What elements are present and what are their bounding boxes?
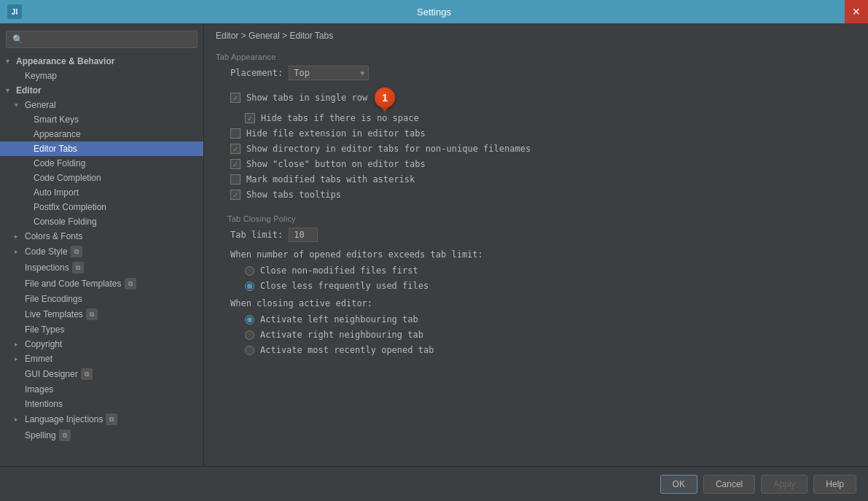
copy-icon: ⧉ xyxy=(86,308,98,320)
checkbox-row-hide-tabs-no-space: Hide tabs if there is no space xyxy=(216,113,856,123)
help-button[interactable]: Help xyxy=(813,475,856,494)
sidebar-item-code-folding[interactable]: Code Folding xyxy=(0,156,203,171)
search-input[interactable] xyxy=(28,34,191,44)
radio-activate-recent[interactable] xyxy=(245,346,254,355)
sidebar-item-intentions[interactable]: Intentions xyxy=(0,397,203,411)
sidebar-item-smart-keys[interactable]: Smart Keys xyxy=(0,112,203,127)
ok-button[interactable]: OK xyxy=(660,475,697,494)
sidebar-item-editor-tabs[interactable]: Editor Tabs xyxy=(0,141,203,156)
sidebar-item-file-encodings[interactable]: File Encodings xyxy=(0,292,203,306)
sidebar-item-language-injections[interactable]: ▸Language Injections⧉ xyxy=(0,411,203,427)
sidebar-item-editor[interactable]: ▾Editor xyxy=(0,83,203,98)
expand-icon: ▸ xyxy=(15,416,22,423)
checkbox-show-tabs-single-row[interactable] xyxy=(230,93,241,103)
sidebar-item-appearance-behavior[interactable]: ▾Appearance & Behavior xyxy=(0,54,203,69)
sidebar-tree: ▾Appearance & BehaviorKeymap▾Editor▾Gene… xyxy=(0,54,203,443)
radio-close-nonmodified[interactable] xyxy=(245,266,254,276)
sidebar-item-label: Editor xyxy=(16,85,42,96)
copy-icon: ⧉ xyxy=(71,246,82,257)
when-exceeds-label: When number of opened editors exceeds ta… xyxy=(216,249,856,260)
sidebar-item-auto-import[interactable]: Auto Import xyxy=(0,185,203,200)
copy-icon: ⧉ xyxy=(81,368,93,380)
cancel-button[interactable]: Cancel xyxy=(703,475,755,494)
sidebar-item-label: Language Injections xyxy=(25,414,103,424)
close-active-radios: Activate left neighbouring tabActivate r… xyxy=(216,314,856,355)
tab-closing-section-label: Tab Closing Policy xyxy=(216,209,856,228)
sidebar-item-label: Images xyxy=(25,384,53,395)
expand-icon: ▸ xyxy=(15,355,22,362)
sidebar-item-label: Emmet xyxy=(25,354,52,364)
tab-limit-row: Tab limit: xyxy=(216,228,856,242)
sidebar-item-label: Spelling xyxy=(25,430,56,440)
sidebar-item-postfix-completion[interactable]: Postfix Completion xyxy=(0,200,203,214)
sidebar-item-spelling[interactable]: Spelling⧉ xyxy=(0,427,203,443)
placement-row: Placement: TopBottomLeftRightNone ▼ xyxy=(216,66,856,80)
expand-icon: ▸ xyxy=(15,341,22,348)
sidebar-item-images[interactable]: Images xyxy=(0,382,203,397)
sidebar-item-label: Keymap xyxy=(25,71,57,81)
placement-select-wrapper: TopBottomLeftRightNone ▼ xyxy=(289,66,369,80)
sidebar-item-live-templates[interactable]: Live Templates⧉ xyxy=(0,306,203,322)
sidebar-item-code-style[interactable]: ▸Code Style⧉ xyxy=(0,244,203,260)
sidebar-item-general[interactable]: ▾General xyxy=(0,98,203,112)
sidebar-item-copyright[interactable]: ▸Copyright xyxy=(0,337,203,352)
sidebar-item-inspections[interactable]: Inspections⧉ xyxy=(0,260,203,276)
sidebar-item-console-folding[interactable]: Console Folding xyxy=(0,214,203,229)
checkbox-label-hide-file-extension: Hide file extension in editor tabs xyxy=(246,128,426,139)
apply-button[interactable]: Apply xyxy=(761,475,808,494)
copy-icon: ⧉ xyxy=(72,262,84,273)
close-button[interactable]: ✕ xyxy=(845,0,868,23)
settings-content: Placement: TopBottomLeftRightNone ▼ Show… xyxy=(204,66,868,372)
radio-row-close-less-frequent: Close less frequently used files xyxy=(216,281,856,291)
checkbox-hide-tabs-no-space[interactable] xyxy=(245,113,255,123)
sidebar-item-keymap[interactable]: Keymap xyxy=(0,69,203,83)
radio-label-close-less-frequent: Close less frequently used files xyxy=(260,281,429,291)
tab-limit-input[interactable] xyxy=(289,228,318,242)
app-icon: JI xyxy=(7,4,22,19)
radio-row-activate-recent: Activate most recently opened tab xyxy=(216,345,856,355)
radio-close-less-frequent[interactable] xyxy=(245,281,254,291)
checkbox-label-show-tabs-single-row: Show tabs in single row xyxy=(246,93,367,103)
window-title: Settings xyxy=(417,7,451,18)
checkbox-show-close-button[interactable] xyxy=(230,159,241,169)
radio-activate-left[interactable] xyxy=(245,315,254,325)
checkbox-row-hide-file-extension: Hide file extension in editor tabs xyxy=(216,128,856,139)
tab-appearance-section-label: Tab Appearance xyxy=(204,47,868,66)
sidebar-item-label: Code Completion xyxy=(34,173,101,183)
sidebar-item-label: Appearance xyxy=(34,129,81,139)
radio-label-close-nonmodified: Close non-modified files first xyxy=(260,265,418,276)
sidebar-item-file-types[interactable]: File Types xyxy=(0,322,203,337)
sidebar-item-label: File and Code Templates xyxy=(25,279,122,289)
placement-select[interactable]: TopBottomLeftRightNone xyxy=(289,66,369,80)
sidebar-item-label: Colors & Fonts xyxy=(25,231,82,241)
radio-activate-right[interactable] xyxy=(245,330,254,340)
sidebar-item-code-completion[interactable]: Code Completion xyxy=(0,171,203,185)
breadcrumb: Editor > General > Editor Tabs xyxy=(204,23,868,47)
checkbox-row-show-close-button: Show "close" button on editor tabs xyxy=(216,159,856,169)
copy-icon: ⧉ xyxy=(106,413,117,425)
sidebar-item-appearance[interactable]: Appearance xyxy=(0,127,203,141)
sidebar-item-label: Editor Tabs xyxy=(34,144,77,154)
placement-label: Placement: xyxy=(230,68,283,78)
sidebar-item-label: Console Folding xyxy=(34,217,97,227)
checkbox-show-tooltips[interactable] xyxy=(230,190,241,200)
search-box[interactable]: 🔍 xyxy=(6,31,198,48)
checkbox-hide-file-extension[interactable] xyxy=(230,128,241,139)
expand-icon: ▸ xyxy=(15,233,22,240)
sidebar-item-label: Live Templates xyxy=(25,309,83,319)
checkbox-show-directory[interactable] xyxy=(230,144,241,154)
sidebar-item-label: Inspections xyxy=(25,263,69,273)
sidebar-item-gui-designer[interactable]: GUI Designer⧉ xyxy=(0,366,203,382)
checkbox-label-show-close-button: Show "close" button on editor tabs xyxy=(246,159,426,169)
sidebar-item-label: Postfix Completion xyxy=(34,202,106,212)
copy-icon: ⧉ xyxy=(125,278,136,290)
sidebar-item-emmet[interactable]: ▸Emmet xyxy=(0,352,203,366)
checkbox-mark-modified[interactable] xyxy=(230,174,241,185)
sidebar-item-colors-fonts[interactable]: ▸Colors & Fonts xyxy=(0,229,203,244)
sidebar-item-label: Smart Keys xyxy=(34,114,79,125)
sidebar-item-file-code-templates[interactable]: File and Code Templates⧉ xyxy=(0,276,203,292)
titlebar: JI Settings ✕ xyxy=(0,0,868,23)
badge-balloon: 1 xyxy=(375,88,395,108)
content-area: Editor > General > Editor Tabs Tab Appea… xyxy=(204,23,868,466)
checkbox-row-show-tabs-single-row: Show tabs in single row1 xyxy=(216,88,856,108)
